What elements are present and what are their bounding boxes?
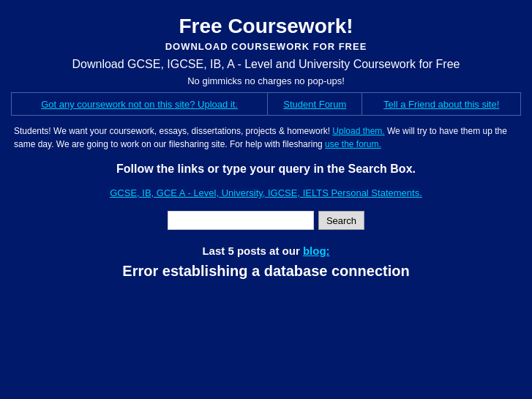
friend-link[interactable]: Tell a Friend about this site! [383, 99, 499, 110]
nav-cell-upload: Got any coursework not on this site? Upl… [12, 93, 268, 116]
page-wrapper: Free Coursework! DOWNLOAD COURSEWORK FOR… [0, 0, 532, 287]
search-button[interactable]: Search [318, 211, 364, 230]
subtitle: DOWNLOAD COURSEWORK FOR FREE [11, 41, 521, 52]
no-gimmicks: No gimmicks no charges no pop-ups! [11, 75, 521, 86]
forum-link[interactable]: Student Forum [283, 99, 346, 110]
blog-prefix: Last 5 posts at our [202, 245, 303, 257]
search-container: Search [11, 211, 521, 230]
info-text-before: Students! We want your coursework, essay… [14, 126, 332, 136]
main-title: Free Coursework! [11, 15, 521, 38]
blog-section: Last 5 posts at our blog: Error establis… [11, 245, 521, 280]
search-input[interactable] [168, 211, 314, 230]
nav-cell-forum: Student Forum [268, 93, 362, 116]
nav-cell-friend: Tell a Friend about this site! [362, 93, 521, 116]
description: Download GCSE, IGCSE, IB, A - Level and … [11, 58, 521, 71]
blog-link[interactable]: blog: [303, 245, 330, 257]
category-links: GCSE, IB, GCE A - Level, University, IGC… [11, 186, 521, 199]
category-link[interactable]: GCSE, IB, GCE A - Level, University, IGC… [110, 187, 422, 198]
blog-text: Last 5 posts at our blog: [11, 245, 521, 257]
follow-text: Follow the links or type your query in t… [11, 163, 521, 176]
info-bar: Students! We want your coursework, essay… [11, 122, 521, 154]
use-forum-link[interactable]: use the forum. [325, 139, 381, 149]
upload-inline-link[interactable]: Upload them. [332, 126, 384, 136]
error-text: Error establishing a database connection [11, 263, 521, 280]
upload-link[interactable]: Got any coursework not on this site? Upl… [41, 99, 238, 110]
nav-table: Got any coursework not on this site? Upl… [11, 92, 521, 116]
